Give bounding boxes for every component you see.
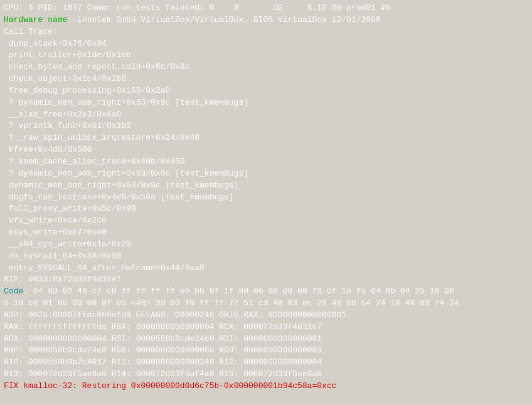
terminal-output: CPU: 5 PID: 1697 Comm: run_tests Tainted… <box>0 0 532 405</box>
